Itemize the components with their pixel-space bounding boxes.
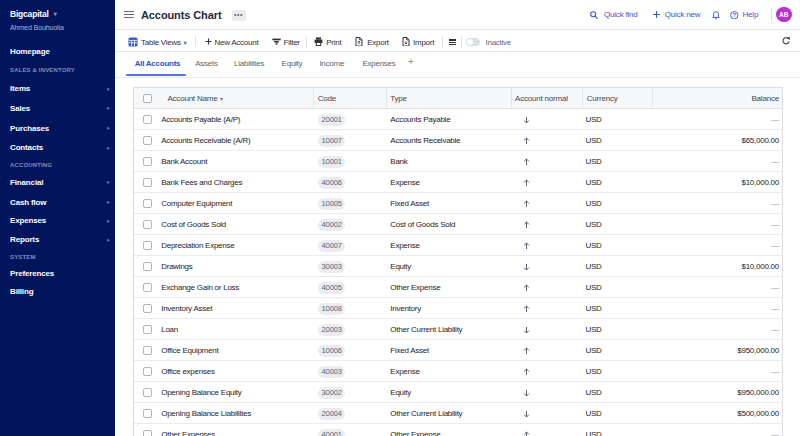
svg-text:?: ?	[733, 12, 737, 18]
